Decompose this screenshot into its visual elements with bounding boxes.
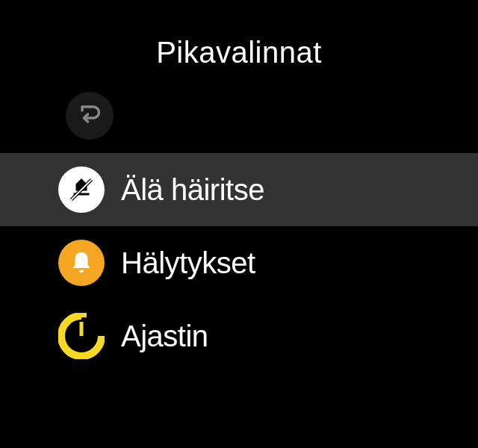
timer-icon xyxy=(58,313,105,359)
menu-item-timer[interactable]: Ajastin xyxy=(0,299,478,363)
page-title: Pikavalinnat xyxy=(0,36,478,69)
header: Pikavalinnat xyxy=(0,0,478,92)
bell-icon xyxy=(58,240,105,286)
menu-item-do-not-disturb[interactable]: Älä häiritse xyxy=(0,153,478,226)
menu-list: Älä häiritse Hälytykset Ajastin xyxy=(0,153,478,363)
menu-item-label: Älä häiritse xyxy=(121,173,264,207)
return-icon xyxy=(78,103,101,128)
menu-item-label: Hälytykset xyxy=(121,246,255,280)
menu-item-label: Ajastin xyxy=(121,320,208,353)
menu-item-alarms[interactable]: Hälytykset xyxy=(0,226,478,299)
svg-rect-2 xyxy=(76,313,87,317)
back-button[interactable] xyxy=(66,92,114,140)
do-not-disturb-icon xyxy=(58,167,105,213)
